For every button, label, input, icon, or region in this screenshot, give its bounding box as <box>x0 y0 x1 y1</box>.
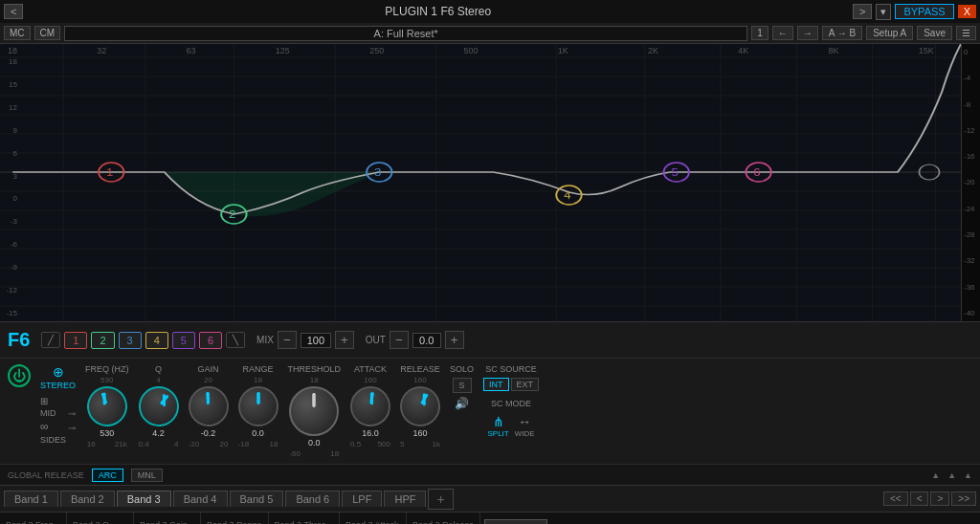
next-plugin-button[interactable]: > <box>853 4 872 19</box>
threshold-knob-group: THRESHOLD 18 0.0 -60 18 <box>288 364 342 458</box>
out-label: OUT <box>366 335 386 345</box>
mix-value: 100 <box>301 333 331 348</box>
lpf-tab[interactable]: LPF <box>342 491 382 507</box>
param-cell-gain[interactable]: Band 3 Gain -0.2 d <box>134 513 201 524</box>
nav-first-button[interactable]: << <box>883 491 908 506</box>
ab-button[interactable]: A → B <box>822 26 862 40</box>
band5-tab[interactable]: Band 5 <box>230 491 284 507</box>
preset-display[interactable]: A: Full Reset* <box>64 26 747 41</box>
attack-value-display: 16.0 <box>362 428 379 438</box>
sc-ext-button[interactable]: EXT <box>511 378 540 391</box>
q-range: 0.4 4 <box>139 440 179 448</box>
band-2-button[interactable]: 2 <box>91 332 114 349</box>
wide-mode[interactable]: ↔ WIDE <box>515 414 535 438</box>
range-range: -18 18 <box>238 440 278 448</box>
gain-knob[interactable] <box>187 384 231 428</box>
release-knob[interactable] <box>392 379 447 433</box>
threshold-label: THRESHOLD <box>288 364 342 374</box>
prev-plugin-button[interactable]: < <box>4 4 23 19</box>
range-max: 18 <box>270 440 278 448</box>
solo-button[interactable]: S <box>453 378 472 393</box>
link-icon-1[interactable]: ⊸ <box>68 408 76 419</box>
gain-min: -20 <box>189 440 200 448</box>
hpf-tab[interactable]: HPF <box>384 491 426 507</box>
band-4-button[interactable]: 4 <box>145 332 168 349</box>
hpf-type-button[interactable]: ╱ <box>41 332 60 348</box>
save-button[interactable]: Save <box>917 26 952 40</box>
left-arrow-button[interactable]: ← <box>772 26 793 40</box>
nav-next-button[interactable]: > <box>930 491 949 506</box>
lpf-type-button[interactable]: ╲ <box>226 332 245 348</box>
power-section: ⏻ <box>8 364 31 387</box>
release-max: 1k <box>433 440 440 448</box>
mix-minus-button[interactable]: − <box>278 331 297 349</box>
split-mode[interactable]: ⋔ SPLIT <box>487 414 508 438</box>
f6-logo: F6 <box>8 329 30 351</box>
attack-knob[interactable] <box>347 383 394 430</box>
param-cell-attack[interactable]: Band 3 Attack 16.0 m <box>340 513 407 524</box>
cm-button[interactable]: CM <box>34 26 61 40</box>
menu-button[interactable]: ☰ <box>956 26 976 40</box>
release-top-value: 160 <box>413 376 426 384</box>
band6-tab[interactable]: Band 6 <box>285 491 340 507</box>
gain-label: GAIN <box>198 364 219 374</box>
param-cell-threshold[interactable]: Band 3 Thres... 0.0 dB <box>269 513 340 524</box>
out-plus-button[interactable]: + <box>445 331 464 349</box>
freq-knob[interactable] <box>81 381 133 432</box>
nav-prev-button[interactable]: < <box>910 491 929 506</box>
assign-button[interactable]: Assign <box>484 519 547 525</box>
band1-tab[interactable]: Band 1 <box>4 491 58 507</box>
nav-last-button[interactable]: >> <box>951 491 976 506</box>
mc-button[interactable]: MC <box>4 26 31 40</box>
link-icon-2[interactable]: ⊸ <box>68 423 76 433</box>
mix-label: MIX <box>256 335 274 345</box>
attack-label: ATTACK <box>354 364 387 374</box>
q-knob-group: Q 4 4.2 0.4 4 <box>139 364 179 448</box>
freq-min: 16 <box>87 440 96 448</box>
band-6-button[interactable]: 6 <box>199 332 222 349</box>
power-button[interactable]: ⏻ <box>8 364 31 387</box>
stereo-section: ⊕ STEREO ⊞ MID ∞ SIDES ⊸ ⊸ <box>40 364 76 445</box>
setup-button[interactable]: Setup A <box>866 26 913 40</box>
bypass-button[interactable]: BYPASS <box>895 4 953 19</box>
wide-icon: ↔ <box>518 414 531 429</box>
param-cell-range[interactable]: Band 3 Range 0.0 dB <box>201 513 269 524</box>
band-5-button[interactable]: 5 <box>172 332 195 349</box>
band4-tab[interactable]: Band 4 <box>173 491 228 507</box>
stereo-button[interactable]: ⊕ STEREO <box>40 364 76 390</box>
preset-num-button[interactable]: 1 <box>751 26 768 40</box>
split-label: SPLIT <box>487 429 508 438</box>
gain-knob-group: GAIN 20 -0.2 -20 20 <box>189 364 229 448</box>
param-cell-q[interactable]: Band 3 Q 4.2 <box>67 513 134 524</box>
plugin-dropdown-button[interactable]: ▾ <box>876 4 891 20</box>
freq-top-value: 530 <box>100 376 113 384</box>
expand-icon-3[interactable]: ▲ <box>964 470 972 480</box>
right-arrow-button[interactable]: → <box>797 26 818 40</box>
band2-tab[interactable]: Band 2 <box>60 491 115 507</box>
mnl-button[interactable]: MNL <box>131 469 163 482</box>
add-tab-button[interactable]: + <box>428 489 453 510</box>
param-range-label: Band 3 Range <box>207 520 262 524</box>
band-1-button[interactable]: 1 <box>64 332 87 349</box>
svg-text:6: 6 <box>753 167 760 178</box>
expand-icon-2[interactable]: ▲ <box>947 470 956 480</box>
sc-int-button[interactable]: INT <box>483 378 509 391</box>
q-min: 0.4 <box>139 440 149 448</box>
band3-tab[interactable]: Band 3 <box>117 491 171 507</box>
threshold-knob[interactable] <box>289 386 339 436</box>
band-3-button[interactable]: 3 <box>119 332 142 349</box>
expand-icon-1[interactable]: ▲ <box>931 470 940 480</box>
out-minus-button[interactable]: − <box>390 331 409 349</box>
range-knob[interactable] <box>238 386 278 426</box>
stereo-icon: ⊕ <box>53 364 64 380</box>
close-button[interactable]: X <box>958 5 976 18</box>
q-knob[interactable] <box>130 378 187 434</box>
param-cell-release[interactable]: Band 3 Release 160 ms <box>407 513 480 524</box>
range-top-value: 18 <box>254 376 262 384</box>
svg-text:2: 2 <box>229 209 235 220</box>
param-cell-freq[interactable]: Band 3 Freq 530 Hz <box>0 513 67 524</box>
eq-canvas[interactable]: 18 32 63 125 250 500 1K 2K 4K 8K 15K <box>0 44 961 321</box>
mix-plus-button[interactable]: + <box>335 331 354 349</box>
sc-mode-group: ⋔ SPLIT ↔ WIDE <box>487 414 534 438</box>
arc-button[interactable]: ARC <box>92 469 123 482</box>
